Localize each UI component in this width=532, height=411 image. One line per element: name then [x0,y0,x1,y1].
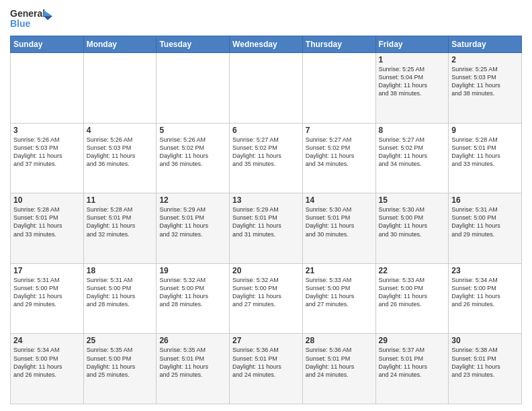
day-number: 28 [306,336,373,345]
calendar-cell: 27Sunrise: 5:36 AM Sunset: 5:01 PM Dayli… [230,334,303,404]
day-info: Sunrise: 5:31 AM Sunset: 5:00 PM Dayligh… [87,276,154,309]
svg-marker-2 [44,10,52,16]
day-info: Sunrise: 5:30 AM Sunset: 5:00 PM Dayligh… [379,205,446,238]
day-info: Sunrise: 5:30 AM Sunset: 5:01 PM Dayligh… [306,205,373,238]
calendar-cell: 13Sunrise: 5:29 AM Sunset: 5:01 PM Dayli… [230,193,303,264]
day-number: 2 [451,55,519,64]
day-info: Sunrise: 5:33 AM Sunset: 5:00 PM Dayligh… [379,276,446,309]
day-number: 27 [232,336,300,345]
day-number: 17 [13,266,81,275]
day-number: 11 [87,195,154,205]
calendar-cell [230,53,303,124]
day-number: 25 [87,336,154,345]
day-number: 10 [13,195,81,205]
day-number: 23 [451,266,519,275]
header: GeneralBlue [10,7,522,30]
day-number: 12 [159,195,226,205]
calendar-cell [83,53,157,124]
day-number: 22 [379,266,446,275]
calendar-cell: 9Sunrise: 5:28 AM Sunset: 5:01 PM Daylig… [449,123,522,193]
day-number: 3 [13,126,81,135]
weekday-header-monday: Monday [83,36,157,53]
day-info: Sunrise: 5:33 AM Sunset: 5:00 PM Dayligh… [306,276,373,309]
day-number: 24 [13,336,81,345]
calendar-cell: 8Sunrise: 5:27 AM Sunset: 5:02 PM Daylig… [375,123,449,193]
calendar-cell: 18Sunrise: 5:31 AM Sunset: 5:00 PM Dayli… [83,263,157,334]
day-number: 8 [379,126,446,135]
calendar-cell: 24Sunrise: 5:34 AM Sunset: 5:00 PM Dayli… [11,334,84,404]
logo-svg: GeneralBlue [10,7,54,30]
calendar-cell: 12Sunrise: 5:29 AM Sunset: 5:01 PM Dayli… [157,193,230,264]
day-info: Sunrise: 5:31 AM Sunset: 5:00 PM Dayligh… [13,276,81,309]
weekday-header-tuesday: Tuesday [157,36,230,53]
calendar-week-0: 1Sunrise: 5:25 AM Sunset: 5:04 PM Daylig… [11,53,522,124]
calendar-week-1: 3Sunrise: 5:26 AM Sunset: 5:03 PM Daylig… [11,123,522,193]
day-number: 29 [379,336,446,345]
calendar-cell: 7Sunrise: 5:27 AM Sunset: 5:02 PM Daylig… [302,123,375,193]
day-number: 5 [159,126,226,135]
day-info: Sunrise: 5:36 AM Sunset: 5:01 PM Dayligh… [306,346,373,379]
calendar-cell: 28Sunrise: 5:36 AM Sunset: 5:01 PM Dayli… [302,334,375,404]
calendar-cell: 17Sunrise: 5:31 AM Sunset: 5:00 PM Dayli… [11,263,84,334]
day-info: Sunrise: 5:27 AM Sunset: 5:02 PM Dayligh… [379,136,446,169]
day-info: Sunrise: 5:35 AM Sunset: 5:01 PM Dayligh… [159,346,226,379]
day-info: Sunrise: 5:28 AM Sunset: 5:01 PM Dayligh… [13,205,81,238]
calendar-cell: 2Sunrise: 5:25 AM Sunset: 5:03 PM Daylig… [449,53,522,124]
calendar-header-row: SundayMondayTuesdayWednesdayThursdayFrid… [11,36,522,53]
logo: GeneralBlue [10,7,54,30]
calendar-week-2: 10Sunrise: 5:28 AM Sunset: 5:01 PM Dayli… [11,193,522,264]
calendar-cell: 26Sunrise: 5:35 AM Sunset: 5:01 PM Dayli… [157,334,230,404]
day-number: 19 [159,266,226,275]
day-info: Sunrise: 5:32 AM Sunset: 5:00 PM Dayligh… [232,276,300,309]
day-number: 18 [87,266,154,275]
calendar-cell: 4Sunrise: 5:26 AM Sunset: 5:03 PM Daylig… [83,123,157,193]
weekday-header-wednesday: Wednesday [230,36,303,53]
weekday-header-friday: Friday [375,36,449,53]
calendar-cell: 25Sunrise: 5:35 AM Sunset: 5:00 PM Dayli… [83,334,157,404]
day-number: 16 [451,195,519,205]
day-info: Sunrise: 5:35 AM Sunset: 5:00 PM Dayligh… [87,346,154,379]
day-info: Sunrise: 5:34 AM Sunset: 5:00 PM Dayligh… [451,276,519,309]
day-number: 13 [232,195,300,205]
calendar-table: SundayMondayTuesdayWednesdayThursdayFrid… [10,36,522,404]
day-number: 21 [306,266,373,275]
calendar-cell: 23Sunrise: 5:34 AM Sunset: 5:00 PM Dayli… [449,263,522,334]
day-number: 15 [379,195,446,205]
calendar-cell: 30Sunrise: 5:38 AM Sunset: 5:01 PM Dayli… [449,334,522,404]
calendar-cell [11,53,84,124]
calendar-cell: 15Sunrise: 5:30 AM Sunset: 5:00 PM Dayli… [375,193,449,264]
day-number: 20 [232,266,300,275]
calendar-cell: 14Sunrise: 5:30 AM Sunset: 5:01 PM Dayli… [302,193,375,264]
day-number: 6 [232,126,300,135]
page: GeneralBlue SundayMondayTuesdayWednesday… [0,0,532,411]
day-info: Sunrise: 5:34 AM Sunset: 5:00 PM Dayligh… [13,346,81,379]
day-info: Sunrise: 5:31 AM Sunset: 5:00 PM Dayligh… [451,205,519,238]
day-info: Sunrise: 5:27 AM Sunset: 5:02 PM Dayligh… [306,136,373,169]
calendar-cell: 21Sunrise: 5:33 AM Sunset: 5:00 PM Dayli… [302,263,375,334]
day-info: Sunrise: 5:29 AM Sunset: 5:01 PM Dayligh… [232,205,300,238]
day-number: 30 [451,336,519,345]
day-info: Sunrise: 5:29 AM Sunset: 5:01 PM Dayligh… [159,205,226,238]
calendar-cell: 10Sunrise: 5:28 AM Sunset: 5:01 PM Dayli… [11,193,84,264]
day-info: Sunrise: 5:26 AM Sunset: 5:03 PM Dayligh… [13,136,81,169]
day-number: 1 [379,55,446,64]
calendar-week-3: 17Sunrise: 5:31 AM Sunset: 5:00 PM Dayli… [11,263,522,334]
calendar-cell [157,53,230,124]
calendar-cell: 1Sunrise: 5:25 AM Sunset: 5:04 PM Daylig… [375,53,449,124]
calendar-cell: 19Sunrise: 5:32 AM Sunset: 5:00 PM Dayli… [157,263,230,334]
calendar-cell: 3Sunrise: 5:26 AM Sunset: 5:03 PM Daylig… [11,123,84,193]
day-info: Sunrise: 5:38 AM Sunset: 5:01 PM Dayligh… [451,346,519,379]
calendar-cell: 20Sunrise: 5:32 AM Sunset: 5:00 PM Dayli… [230,263,303,334]
calendar-week-4: 24Sunrise: 5:34 AM Sunset: 5:00 PM Dayli… [11,334,522,404]
calendar-cell: 6Sunrise: 5:27 AM Sunset: 5:02 PM Daylig… [230,123,303,193]
svg-text:General: General [10,8,45,19]
day-number: 4 [87,126,154,135]
day-number: 14 [306,195,373,205]
svg-text:Blue: Blue [10,18,31,29]
day-info: Sunrise: 5:36 AM Sunset: 5:01 PM Dayligh… [232,346,300,379]
day-number: 9 [451,126,519,135]
weekday-header-thursday: Thursday [302,36,375,53]
day-number: 26 [159,336,226,345]
day-info: Sunrise: 5:26 AM Sunset: 5:03 PM Dayligh… [87,136,154,169]
calendar-cell: 11Sunrise: 5:28 AM Sunset: 5:01 PM Dayli… [83,193,157,264]
